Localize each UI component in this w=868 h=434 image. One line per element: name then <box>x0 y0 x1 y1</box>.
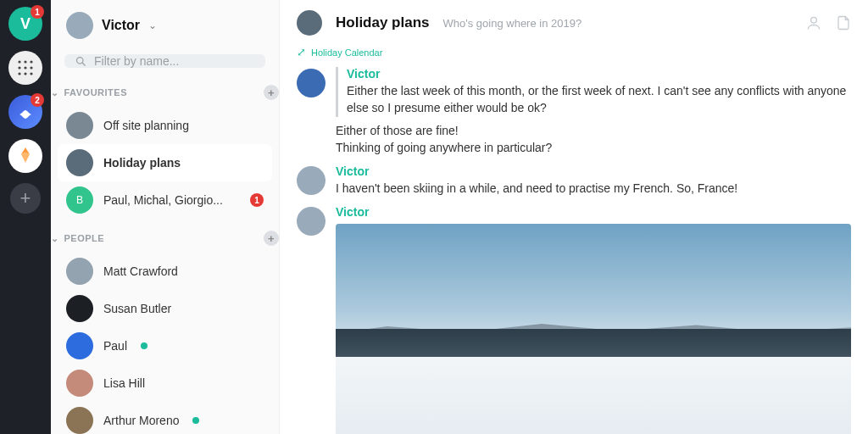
person-label: Matt Crawford <box>103 264 178 278</box>
people-header[interactable]: ⌄ PEOPLE + <box>51 225 279 253</box>
search-icon <box>75 55 87 68</box>
account-switcher[interactable]: Victor ⌄ <box>51 8 279 47</box>
room-item[interactable]: Holiday plans <box>58 144 272 181</box>
favourites-header[interactable]: ⌄ FAVOURITES + <box>51 80 279 107</box>
presence-dot <box>192 417 199 424</box>
avatar: B <box>66 186 93 214</box>
avatar[interactable] <box>297 69 326 97</box>
chevron-down-icon: ⌄ <box>51 233 59 244</box>
room-item[interactable]: Off site planning <box>51 107 279 144</box>
svg-point-5 <box>30 66 32 69</box>
svg-point-3 <box>18 66 20 69</box>
avatar <box>66 407 93 434</box>
chat-header: Holiday plans Who's going where in 2019? <box>280 0 868 41</box>
workspace-item[interactable] <box>8 139 42 173</box>
message-list: Victor Either the last week of this mont… <box>280 60 868 434</box>
svg-point-1 <box>24 60 26 63</box>
chevron-down-icon: ⌄ <box>51 87 59 98</box>
svg-point-4 <box>24 66 26 69</box>
message-text: Either the last week of this month, or t… <box>347 82 851 117</box>
message: Victor <box>297 205 851 434</box>
person-label: Lisa Hill <box>103 376 145 390</box>
workspace-item[interactable]: V 1 <box>8 7 42 41</box>
room-item[interactable]: B Paul, Michal, Giorgio... 1 <box>51 181 279 219</box>
chat-main: Holiday plans Who's going where in 2019?… <box>280 0 868 434</box>
workspace-item[interactable]: 2 <box>8 95 42 129</box>
room-label: Holiday plans <box>103 156 181 170</box>
avatar <box>66 258 93 285</box>
account-name: Victor <box>102 18 140 33</box>
svg-point-8 <box>30 72 32 75</box>
svg-line-10 <box>82 63 85 65</box>
add-favourite-button[interactable]: + <box>264 85 279 100</box>
avatar <box>66 112 93 139</box>
presence-dot <box>141 342 147 349</box>
message-text: Thinking of going anywhere in particular… <box>336 139 851 156</box>
room-label: Off site planning <box>103 119 189 132</box>
svg-point-6 <box>18 72 20 75</box>
image-attachment[interactable] <box>336 224 851 434</box>
room-topic: Who's going where in 2019? <box>443 17 582 30</box>
message-text: I haven't been skiing in a while, and ne… <box>336 180 851 197</box>
room-avatar <box>297 10 322 36</box>
avatar <box>66 12 93 39</box>
person-label: Paul <box>103 339 127 353</box>
avatar <box>66 370 93 397</box>
add-workspace-button[interactable]: + <box>10 183 41 214</box>
badge: 1 <box>31 5 44 19</box>
unread-badge: 1 <box>250 193 264 207</box>
workspace-nav: V 1 2 + <box>0 0 51 434</box>
avatar <box>66 295 93 322</box>
person-item[interactable]: Lisa Hill <box>51 364 279 402</box>
expand-icon: ⤢ <box>297 46 306 58</box>
avatar[interactable] <box>297 207 326 236</box>
message-author[interactable]: Victor <box>347 67 851 81</box>
person-label: Arthur Moreno <box>103 414 179 427</box>
search-field[interactable] <box>64 54 265 68</box>
person-item[interactable]: Paul <box>51 327 279 364</box>
workspace-item[interactable] <box>8 51 42 85</box>
person-label: Susan Butler <box>103 302 171 315</box>
files-icon[interactable] <box>836 14 851 31</box>
svg-point-11 <box>811 17 817 23</box>
members-icon[interactable] <box>805 14 822 31</box>
message-author[interactable]: Victor <box>336 205 851 219</box>
svg-point-2 <box>30 60 32 63</box>
svg-point-9 <box>77 57 84 64</box>
message-text: Either of those are fine! <box>336 122 851 139</box>
person-item[interactable]: Arthur Moreno <box>51 402 279 434</box>
svg-point-0 <box>18 60 20 63</box>
avatar[interactable] <box>297 166 326 195</box>
svg-point-7 <box>24 72 26 75</box>
avatar <box>66 149 93 176</box>
message-author[interactable]: Victor <box>336 164 851 178</box>
message: Victor I haven't been skiing in a while,… <box>297 164 851 197</box>
sidebar: Victor ⌄ ⌄ FAVOURITES + Off site plannin… <box>51 0 280 434</box>
room-title: Holiday plans <box>336 14 430 31</box>
add-person-button[interactable]: + <box>264 231 279 246</box>
room-label: Paul, Michal, Giorgio... <box>103 193 223 207</box>
search-input[interactable] <box>94 54 255 68</box>
widget-banner[interactable]: ⤢ Holiday Calendar <box>297 46 851 58</box>
person-item[interactable]: Matt Crawford <box>51 253 279 290</box>
message: Victor Either the last week of this mont… <box>297 67 851 156</box>
chevron-down-icon: ⌄ <box>148 19 157 31</box>
reply-quote: Victor Either the last week of this mont… <box>336 67 851 117</box>
badge: 2 <box>31 93 44 107</box>
person-item[interactable]: Susan Butler <box>51 290 279 327</box>
avatar <box>66 332 93 359</box>
